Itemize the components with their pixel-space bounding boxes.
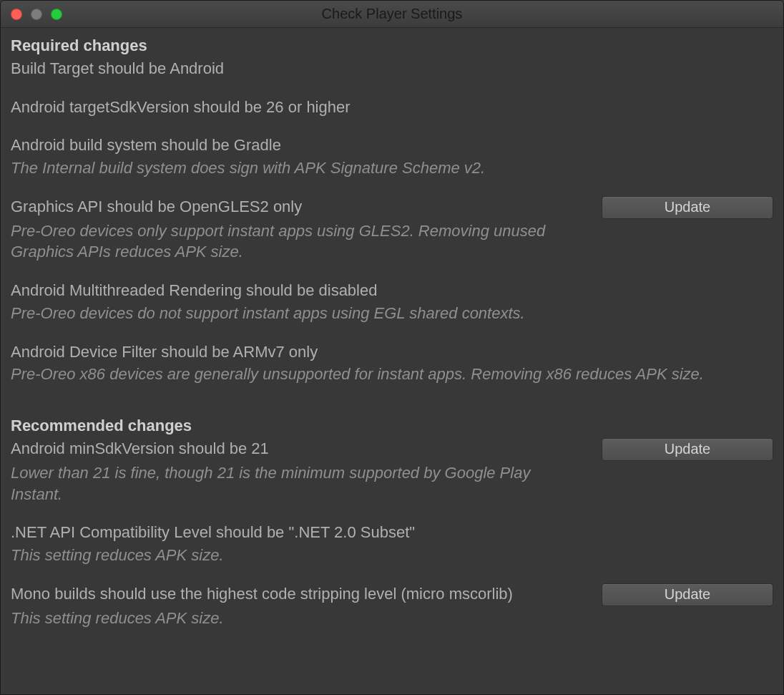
update-button[interactable]: Update — [602, 438, 773, 461]
setting-title: Android Device Filter should be ARMv7 on… — [11, 341, 773, 363]
setting-desc: This setting reduces APK size. — [11, 608, 748, 629]
minimize-icon[interactable] — [31, 9, 42, 20]
setting-item: Android targetSdkVersion should be 26 or… — [11, 97, 773, 118]
recommended-heading: Recommended changes — [11, 417, 773, 435]
setting-desc: Pre-Oreo devices only support instant ap… — [11, 220, 583, 263]
setting-title: Android minSdkVersion should be 21 — [11, 438, 593, 460]
window: Check Player Settings Required changes B… — [0, 0, 784, 695]
setting-item: Android Device Filter should be ARMv7 on… — [11, 341, 773, 385]
zoom-icon[interactable] — [51, 9, 62, 20]
setting-desc: This setting reduces APK size. — [11, 545, 748, 566]
setting-item: Android minSdkVersion should be 21 Updat… — [11, 438, 773, 505]
setting-item: Mono builds should use the highest code … — [11, 583, 773, 629]
setting-title: Build Target should be Android — [11, 58, 773, 79]
update-button[interactable]: Update — [602, 583, 773, 606]
required-heading: Required changes — [11, 37, 773, 55]
content: Required changes Build Target should be … — [1, 28, 783, 644]
setting-title: Mono builds should use the highest code … — [11, 583, 593, 605]
setting-title: Android Multithreaded Rendering should b… — [11, 280, 773, 301]
close-icon[interactable] — [11, 9, 22, 20]
setting-title: Android targetSdkVersion should be 26 or… — [11, 97, 773, 118]
setting-title: Android build system should be Gradle — [11, 135, 773, 156]
setting-item: Android build system should be Gradle Th… — [11, 135, 773, 178]
setting-desc: The Internal build system does sign with… — [11, 157, 748, 179]
setting-desc: Pre-Oreo x86 devices are generally unsup… — [11, 364, 748, 385]
setting-desc: Pre-Oreo devices do not support instant … — [11, 303, 748, 324]
traffic-lights — [1, 9, 62, 20]
setting-title: .NET API Compatibility Level should be "… — [11, 522, 773, 543]
update-button[interactable]: Update — [602, 196, 773, 219]
setting-title: Graphics API should be OpenGLES2 only — [11, 196, 593, 218]
setting-item: Build Target should be Android — [11, 58, 773, 79]
setting-desc: Lower than 21 is fine, though 21 is the … — [11, 462, 583, 505]
window-title: Check Player Settings — [1, 6, 783, 22]
setting-item: Android Multithreaded Rendering should b… — [11, 280, 773, 324]
setting-item: .NET API Compatibility Level should be "… — [11, 522, 773, 565]
titlebar: Check Player Settings — [1, 1, 783, 28]
setting-item: Graphics API should be OpenGLES2 only Up… — [11, 196, 773, 263]
